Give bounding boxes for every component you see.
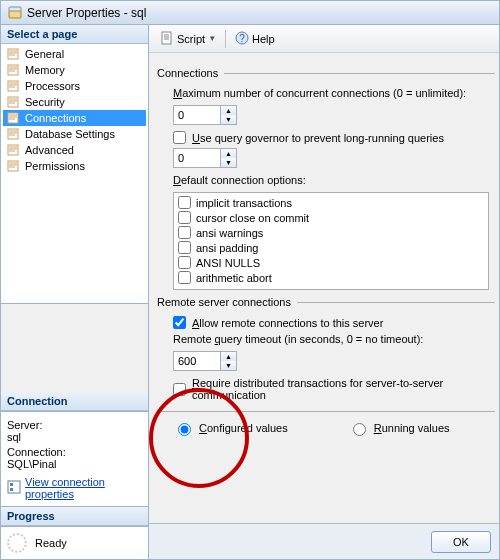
remote-timeout-label: Remote query timeout (in seconds, 0 = no… [173, 333, 495, 345]
page-item-permissions[interactable]: Permissions [3, 158, 146, 174]
default-options-label: Default connection options: [173, 174, 495, 186]
page-item-database-settings[interactable]: Database Settings [3, 126, 146, 142]
page-icon [7, 63, 21, 77]
list-item[interactable]: cursor close on commit [178, 210, 484, 225]
toolbar: Script ▼ ? Help [149, 25, 499, 53]
select-page-header: Select a page [1, 25, 148, 44]
remote-timeout-spinner[interactable]: ▲▼ [173, 351, 237, 371]
page-item-memory[interactable]: Memory [3, 62, 146, 78]
connection-label: Connection: [7, 446, 142, 458]
divider [157, 411, 495, 412]
require-distributed-label: Require distributed transactions for ser… [192, 377, 495, 401]
page-item-security[interactable]: Security [3, 94, 146, 110]
list-item[interactable]: ansi warnings [178, 225, 484, 240]
spinner-down[interactable]: ▼ [221, 115, 236, 124]
spinner-down[interactable]: ▼ [221, 158, 236, 167]
annotation-circle [149, 388, 249, 488]
server-label: Server: [7, 419, 142, 431]
configured-values-radio[interactable]: Configured values [173, 420, 288, 436]
page-icon [7, 95, 21, 109]
list-item[interactable]: arithmetic abort [178, 270, 484, 285]
script-icon [160, 31, 174, 47]
svg-text:?: ? [239, 33, 245, 44]
max-connections-spinner[interactable]: ▲▼ [173, 105, 237, 125]
progress-status: Ready [35, 537, 67, 549]
spinner-up[interactable]: ▲ [221, 106, 236, 115]
remote-connections-group: Remote server connections [157, 296, 495, 308]
server-value: sql [7, 431, 142, 443]
button-bar: OK [149, 523, 499, 559]
spinner-up[interactable]: ▲ [221, 352, 236, 361]
connections-group: Connections [157, 67, 495, 79]
properties-icon [7, 480, 21, 496]
default-options-listbox[interactable]: implicit transactions cursor close on co… [173, 192, 489, 290]
svg-rect-10 [8, 481, 20, 493]
list-item[interactable]: implicit transactions [178, 195, 484, 210]
list-item[interactable]: ANSI NULLS [178, 255, 484, 270]
max-connections-input[interactable] [174, 106, 220, 124]
page-item-general[interactable]: General [3, 46, 146, 62]
svg-rect-11 [10, 483, 13, 486]
connection-header: Connection [1, 392, 148, 411]
progress-panel: Ready [1, 526, 148, 559]
left-pane: Select a page General Memory Processors … [1, 25, 149, 559]
svg-rect-12 [10, 488, 13, 491]
spinner-down[interactable]: ▼ [221, 361, 236, 370]
window-title: Server Properties - sql [27, 6, 146, 20]
page-icon [7, 127, 21, 141]
query-governor-label: Use query governor to prevent long-runni… [192, 132, 444, 144]
titlebar[interactable]: Server Properties - sql [1, 1, 499, 25]
server-icon [7, 5, 23, 21]
remote-timeout-input[interactable] [174, 352, 220, 370]
right-pane: Script ▼ ? Help Connections Maximum numb… [149, 25, 499, 559]
allow-remote-label: Allow remote connections to this server [192, 317, 383, 329]
server-properties-window: Server Properties - sql Select a page Ge… [0, 0, 500, 560]
running-values-radio[interactable]: Running values [348, 420, 450, 436]
query-governor-spinner[interactable]: ▲▼ [173, 148, 237, 168]
progress-spinner-icon [7, 533, 27, 553]
allow-remote-checkbox[interactable] [173, 316, 186, 329]
help-icon: ? [235, 31, 249, 47]
svg-rect-13 [162, 32, 171, 44]
page-item-advanced[interactable]: Advanced [3, 142, 146, 158]
svg-rect-1 [9, 7, 21, 11]
page-item-processors[interactable]: Processors [3, 78, 146, 94]
max-connections-label: Maximum number of concurrent connections… [173, 87, 495, 99]
spinner-up[interactable]: ▲ [221, 149, 236, 158]
chevron-down-icon: ▼ [208, 34, 216, 43]
page-icon [7, 79, 21, 93]
query-governor-input[interactable] [174, 149, 220, 167]
view-connection-properties-link[interactable]: View connection properties [7, 476, 142, 500]
ok-button[interactable]: OK [431, 531, 491, 553]
page-icon [7, 159, 21, 173]
help-button[interactable]: ? Help [230, 28, 280, 50]
page-icon [7, 143, 21, 157]
connection-value: SQL\Pinal [7, 458, 142, 470]
script-button[interactable]: Script ▼ [155, 28, 221, 50]
connection-panel: Server: sql Connection: SQL\Pinal View c… [1, 411, 148, 507]
query-governor-checkbox[interactable] [173, 131, 186, 144]
list-item[interactable]: ansi padding [178, 240, 484, 255]
page-item-connections[interactable]: Connections [3, 110, 146, 126]
page-icon [7, 111, 21, 125]
progress-header: Progress [1, 507, 148, 526]
page-list: General Memory Processors Security Conne… [1, 44, 148, 304]
page-icon [7, 47, 21, 61]
require-distributed-checkbox[interactable] [173, 383, 186, 396]
